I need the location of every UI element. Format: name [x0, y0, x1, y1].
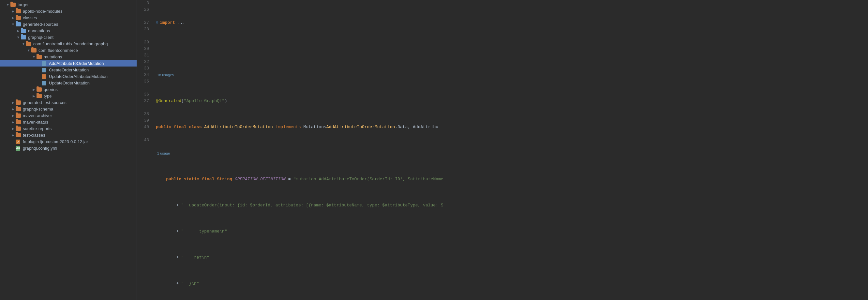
tree-item-add-attribute[interactable]: I AddAttributeToOrderMutation [0, 60, 136, 66]
tree-item-target[interactable]: target [0, 1, 136, 8]
code-line-3: ⊕import ... [156, 20, 865, 26]
folder-icon-graphql-schema [16, 106, 22, 112]
code-line-28: public final class AddAttributeToOrderMu… [156, 124, 865, 130]
tree-label-create-order: CreateOrderMutation [49, 67, 135, 72]
tree-arrow-mutations[interactable] [31, 55, 36, 59]
code-content: ⊕import ... 18 usages @Generated("Apollo… [153, 0, 868, 300]
code-line-30: + " updateOrder(input: {id: $orderId, at… [156, 202, 865, 209]
tree-item-update-attrs[interactable]: I UpdateOrderAttributesMutation [0, 73, 136, 80]
tree-arrow-com-fluentcommerce[interactable] [26, 49, 31, 52]
tree-item-graphql-schema[interactable]: graphql-schema [0, 106, 136, 112]
tree-arrow-classes[interactable] [10, 16, 16, 20]
code-area: 3 26 27 28 29 30 31 32 33 34 35 36 37 38… [137, 0, 868, 300]
tree-label-graphql-client: graphql-client [28, 35, 135, 40]
tree-item-type[interactable]: type [0, 93, 136, 99]
folder-icon-annotations [21, 28, 27, 33]
tree-item-graphql-client[interactable]: graphql-client [0, 34, 136, 40]
tree-item-queries[interactable]: queries [0, 86, 136, 93]
class-icon-update-attrs: I [42, 74, 48, 79]
tree-label-update-order: UpdateOrderMutation [49, 81, 135, 85]
folder-icon-gen-test [16, 100, 22, 105]
tree-item-annotations[interactable]: annotations [0, 27, 136, 34]
folder-icon-mutations [36, 54, 42, 59]
folder-icon-com-fluentretail [26, 41, 32, 46]
folder-icon-classes [16, 15, 22, 20]
tree-arrow-test-classes[interactable] [10, 133, 16, 137]
folder-icon-test-classes [16, 132, 22, 138]
tree-label-com-fluentretail: com.fluentretail.rubix.foundation.graphq [33, 41, 135, 46]
class-icon-create-order: I [42, 67, 48, 72]
folder-icon-queries [36, 87, 42, 92]
tree-label-maven-archiver: maven-archiver [23, 113, 135, 118]
tree-item-apollo-node-modules[interactable]: apollo-node-modules [0, 8, 136, 14]
yaml-icon-graphql-config: YML [16, 145, 22, 151]
tree-label-test-classes: test-classes [23, 133, 135, 138]
tree-item-graphql-config[interactable]: YML graphql.config.yml [0, 145, 136, 151]
folder-icon-apollo [16, 8, 22, 14]
tree-arrow-com-fluentretail[interactable] [21, 42, 26, 46]
code-line-26 [156, 46, 865, 52]
tree-item-create-order[interactable]: I CreateOrderMutation [0, 66, 136, 73]
tree-arrow-gen-sources[interactable] [10, 23, 16, 26]
tree-label-surefire: surefire-reports [23, 126, 135, 131]
tree-item-mutations[interactable]: mutations [0, 54, 136, 60]
tree-label-update-attrs: UpdateOrderAttributesMutation [49, 74, 135, 79]
folder-icon-maven-status [16, 119, 22, 125]
tree-arrow-maven-archiver[interactable] [10, 114, 16, 117]
tree-label-fc-plugin: fc-plugin-ljd-custom2023-0.0.12.jar [23, 139, 135, 144]
tree-arrow-gen-test[interactable] [10, 101, 16, 104]
tree-item-com-fluentretail[interactable]: com.fluentretail.rubix.foundation.graphq [0, 40, 136, 47]
code-line-32: + " ref\n" [156, 254, 865, 261]
tree-arrow-graphql-schema[interactable] [10, 107, 16, 111]
tree-arrow-annotations[interactable] [16, 29, 21, 33]
usage-1a: 1 usage [156, 150, 865, 156]
code-line-27: @Generated("Apollo GraphQL") [156, 98, 865, 104]
tree-label-queries: queries [44, 87, 135, 92]
tree-arrow-surefire[interactable] [10, 127, 16, 130]
tree-item-maven-status[interactable]: maven-status [0, 119, 136, 125]
folder-icon-gen-sources [16, 22, 22, 27]
tree-label-classes: classes [23, 15, 135, 20]
tree-item-surefire-reports[interactable]: surefire-reports [0, 125, 136, 132]
tree-item-test-classes[interactable]: test-classes [0, 132, 136, 138]
folder-icon-surefire [16, 126, 22, 131]
tree-label-com-fluentcommerce: com.fluentcommerce [38, 48, 135, 53]
tree-label-add-attribute: AddAttributeToOrderMutation [49, 61, 135, 66]
folder-icon-com-fluentcommerce [31, 48, 37, 53]
tree-arrow-apollo[interactable] [10, 9, 16, 13]
folder-icon-type [36, 93, 42, 98]
file-tree[interactable]: target apollo-node-modules classes gener… [0, 0, 137, 300]
tree-arrow-maven-status[interactable] [10, 120, 16, 124]
tree-item-com-fluentcommerce[interactable]: com.fluentcommerce [0, 47, 136, 54]
tree-label-gen-test: generated-test-sources [23, 100, 135, 105]
folder-icon-graphql-client [21, 35, 27, 40]
tree-item-update-order[interactable]: I UpdateOrderMutation [0, 80, 136, 86]
code-line-29: public static final String OPERATION_DEF… [156, 176, 865, 183]
tree-label-type: type [44, 94, 135, 98]
tree-item-maven-archiver[interactable]: maven-archiver [0, 112, 136, 119]
class-icon-update-order: I [42, 80, 48, 85]
tree-label-graphql-config: graphql.config.yml [23, 146, 135, 151]
tree-arrow-graphql-client[interactable] [16, 35, 21, 39]
tree-label-mutations: mutations [44, 55, 135, 59]
tree-item-fc-plugin[interactable]: J fc-plugin-ljd-custom2023-0.0.12.jar [0, 138, 136, 145]
tree-label-gen-sources: generated-sources [23, 22, 135, 27]
tree-label-annotations: annotations [28, 28, 135, 33]
code-line-31: + " __typename\n" [156, 228, 865, 235]
tree-item-classes[interactable]: classes [0, 14, 136, 21]
folder-icon-maven-archiver [16, 113, 22, 118]
tree-item-gen-test-sources[interactable]: generated-test-sources [0, 99, 136, 106]
folder-icon-target [10, 2, 16, 7]
tree-label-apollo: apollo-node-modules [23, 9, 135, 14]
tree-arrow-type[interactable] [31, 94, 36, 98]
tree-label-graphql-schema: graphql-schema [23, 107, 135, 112]
tree-item-generated-sources[interactable]: generated-sources [0, 21, 136, 27]
class-icon-add-attribute: I [42, 61, 48, 66]
tree-label-maven-status: maven-status [23, 120, 135, 125]
tree-arrow-queries[interactable] [31, 88, 36, 91]
tree-arrow-target[interactable] [5, 3, 10, 6]
tree-label-target: target [18, 2, 135, 7]
jar-icon-fc-plugin: J [16, 139, 22, 144]
line-numbers: 3 26 27 28 29 30 31 32 33 34 35 36 37 38… [137, 0, 153, 300]
code-editor: 3 26 27 28 29 30 31 32 33 34 35 36 37 38… [137, 0, 868, 300]
